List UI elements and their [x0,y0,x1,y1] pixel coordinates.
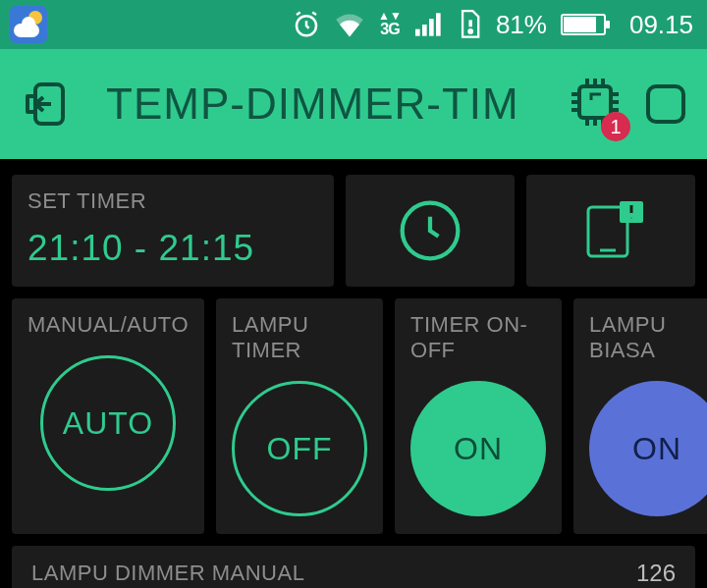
control-label: TIMER ON-OFF [410,312,546,363]
control-lampu-timer[interactable]: LAMPU TIMER OFF [216,298,383,534]
sim-alert-icon [457,10,482,39]
control-value-button[interactable]: ON [410,381,546,516]
dimmer-value: 126 [636,560,676,587]
control-lampu-biasa[interactable]: LAMPU BIASA ON [573,298,707,534]
notification-badge: 1 [601,112,630,141]
device-alert-icon [574,198,647,263]
content-area: SET TIMER 21:10 - 21:15 MANUAL/AUTO AUTO… [0,159,707,588]
app-header: TEMP-DIMMER-TIM 1 [0,49,707,159]
set-timer-value: 21:10 - 21:15 [27,228,318,269]
control-label: LAMPU TIMER [232,312,367,363]
clock-tile[interactable] [346,175,515,287]
set-timer-label: SET TIMER [27,188,318,214]
android-status-bar: ▲▼ 3G 81% 09.15 [0,0,707,49]
control-value-button[interactable]: AUTO [40,355,176,491]
wifi-icon [335,12,364,37]
control-manual-auto[interactable]: MANUAL/AUTO AUTO [12,298,204,534]
control-timer-onoff[interactable]: TIMER ON-OFF ON [395,298,562,534]
lampu-dimmer-tile[interactable]: LAMPU DIMMER MANUAL 126 [12,546,695,588]
svg-rect-3 [429,19,434,35]
svg-rect-4 [436,13,441,35]
signal-icon [415,13,443,36]
control-label: MANUAL/AUTO [27,312,189,338]
battery-percentage: 81% [496,10,547,40]
svg-rect-2 [422,25,427,36]
status-clock: 09.15 [629,10,693,40]
battery-icon [561,14,606,35]
svg-rect-1 [415,29,420,36]
control-value-button[interactable]: OFF [232,381,367,516]
controls-row: MANUAL/AUTO AUTO LAMPU TIMER OFF TIMER O… [12,298,695,534]
clock-icon [397,197,463,264]
svg-rect-7 [579,86,611,118]
page-title: TEMP-DIMMER-TIM [67,80,560,129]
set-timer-tile[interactable]: SET TIMER 21:10 - 21:15 [12,175,334,287]
control-value-button[interactable]: ON [589,381,707,516]
svg-point-13 [629,216,633,220]
menu-square-button[interactable] [646,84,685,124]
back-icon[interactable] [22,79,67,130]
control-label: LAMPU BIASA [589,312,707,363]
dimmer-label: LAMPU DIMMER MANUAL [31,561,304,586]
svg-point-5 [468,29,471,32]
weather-icon [10,6,47,43]
alarm-icon [292,10,321,39]
mobile-data-icon: ▲▼ 3G [378,12,402,37]
device-chip-button[interactable]: 1 [570,77,621,132]
device-alert-tile[interactable] [526,175,695,287]
